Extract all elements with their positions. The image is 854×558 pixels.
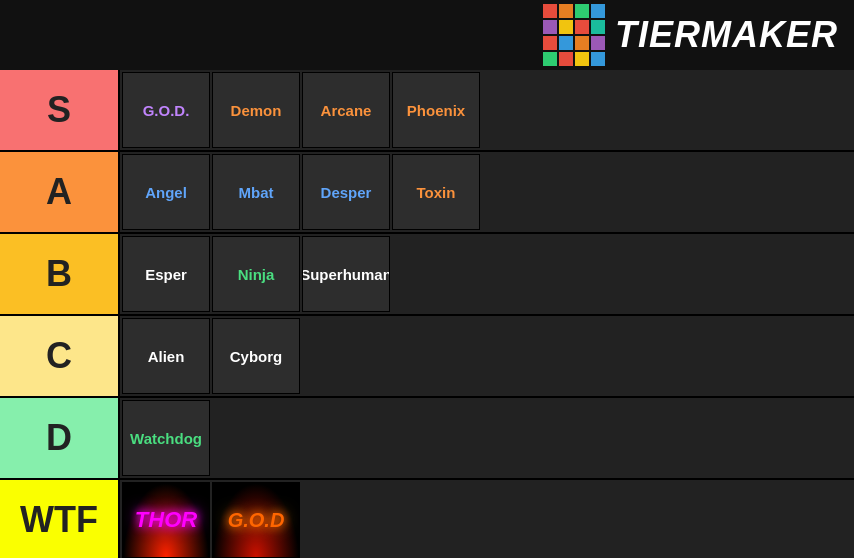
tier-row-s: SG.O.D.DemonArcanePhoenix [0,70,854,152]
tier-item[interactable]: Demon [212,72,300,148]
tier-label-a: A [0,152,120,232]
tier-items-wtf: THORG.O.D [120,480,854,558]
tier-row-c: CAlienCyborg [0,316,854,398]
tier-row-a: AAngelMbatDesperToxin [0,152,854,234]
tier-label-c: C [0,316,120,396]
logo-grid-cell [591,20,605,34]
tier-item[interactable]: Arcane [302,72,390,148]
logo-grid-cell [575,20,589,34]
logo-grid-cell [543,4,557,18]
tier-items-b: EsperNinjaSuperhuman [120,234,854,314]
tier-label-s: S [0,70,120,150]
tier-item[interactable]: Alien [122,318,210,394]
tier-items-d: Watchdog [120,398,854,478]
logo-grid-cell [575,4,589,18]
tiermaker-logo: TiERMAKER [543,4,838,66]
tier-item[interactable]: Phoenix [392,72,480,148]
tier-label-d: D [0,398,120,478]
tier-item[interactable]: Watchdog [122,400,210,476]
tier-item[interactable]: Desper [302,154,390,230]
tier-row-b: BEsperNinjaSuperhuman [0,234,854,316]
tier-item[interactable]: Esper [122,236,210,312]
tier-item[interactable]: Cyborg [212,318,300,394]
logo-grid-cell [575,52,589,66]
logo-grid-cell [559,36,573,50]
logo-grid-cell [591,4,605,18]
tier-item[interactable]: THOR [122,482,210,558]
app-container: TiERMAKER SG.O.D.DemonArcanePhoenixAAnge… [0,0,854,558]
logo-grid-cell [575,36,589,50]
logo-text: TiERMAKER [615,14,838,56]
tier-row-d: DWatchdog [0,398,854,480]
tier-items-a: AngelMbatDesperToxin [120,152,854,232]
tier-table: SG.O.D.DemonArcanePhoenixAAngelMbatDespe… [0,70,854,558]
logo-grid-icon [543,4,605,66]
logo-grid-cell [543,52,557,66]
logo-grid-cell [543,36,557,50]
tier-item[interactable]: G.O.D. [122,72,210,148]
logo-grid-cell [543,20,557,34]
logo-grid-cell [559,52,573,66]
tier-item[interactable]: Superhuman [302,236,390,312]
tier-item[interactable]: Angel [122,154,210,230]
tier-label-wtf: WTF [0,480,120,558]
logo-grid-cell [591,52,605,66]
tier-items-c: AlienCyborg [120,316,854,396]
tier-label-b: B [0,234,120,314]
tier-item[interactable]: Mbat [212,154,300,230]
logo-grid-cell [559,4,573,18]
header: TiERMAKER [0,0,854,70]
tier-item[interactable]: G.O.D [212,482,300,558]
tier-items-s: G.O.D.DemonArcanePhoenix [120,70,854,150]
tier-row-wtf: WTFTHORG.O.D [0,480,854,558]
tier-item[interactable]: Ninja [212,236,300,312]
logo-grid-cell [559,20,573,34]
tier-item[interactable]: Toxin [392,154,480,230]
logo-grid-cell [591,36,605,50]
